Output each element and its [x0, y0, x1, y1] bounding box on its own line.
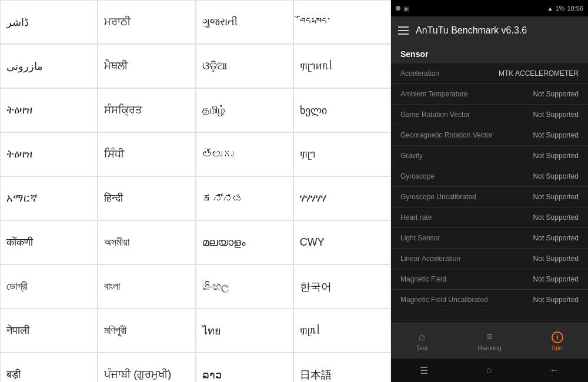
sim-icon: ▣	[403, 5, 409, 12]
sensor-value: Not Supported	[533, 275, 579, 283]
sensor-value: MTK ACCELEROMETER	[499, 69, 579, 78]
lang-cell[interactable]: ਸੰਸਕ੍ਰਿਤ	[98, 88, 195, 132]
battery-level: 1%	[556, 5, 565, 12]
lang-cell[interactable]: ਮਰਾਠੀ	[98, 0, 195, 44]
app-title: AnTuTu Benchmark v6.3.6	[416, 25, 527, 36]
lang-cell[interactable]: ᥞᥨᥰᥣ	[293, 309, 391, 353]
lang-cell[interactable]: ڈاشر	[0, 0, 98, 44]
home-btn[interactable]: ⌂	[486, 365, 492, 376]
status-left: ▣	[396, 5, 409, 12]
lang-cell[interactable]: नेपाली	[0, 309, 98, 353]
sensor-value: Not Supported	[533, 131, 579, 139]
sensor-value: Not Supported	[533, 172, 579, 180]
lang-cell[interactable]: ᥞᥨᥐᥢᥰᥣ	[293, 44, 391, 88]
menu-btn[interactable]: ☰	[420, 365, 428, 376]
lang-cell[interactable]: कोंकणी	[0, 220, 98, 264]
lang-cell[interactable]: བོད་སྐད་	[293, 0, 391, 44]
lang-cell[interactable]: ሃሃሃሃሃ	[293, 176, 391, 220]
sensor-row: Magnetic FieldNot Supported	[391, 269, 588, 290]
sensor-name: Gyroscope	[400, 172, 435, 180]
sensor-name: Gyroscope Uncalibrated	[400, 193, 476, 201]
language-grid: ڈاشرਮਰਾਠੀગુજરાતીབོད་སྐད་مازرونیਮੈਥਲੀଓଡ଼ି…	[0, 0, 391, 382]
lang-cell[interactable]: ხელი	[293, 88, 391, 132]
lang-cell[interactable]: മലയാളം	[196, 220, 293, 264]
sensor-row: AccelerationMTK ACCELEROMETER	[391, 63, 588, 84]
sensor-row: Heart rateNot Supported	[391, 207, 588, 228]
sensor-name: Ambient Temperature	[400, 90, 468, 98]
lang-cell[interactable]: 한국어	[293, 264, 391, 309]
lang-cell[interactable]: ગુજરાતી	[196, 0, 293, 44]
sensor-row: GyroscopeNot Supported	[391, 166, 588, 187]
sensor-value: Not Supported	[533, 213, 579, 222]
sensor-name: Gravity	[400, 152, 423, 160]
section-header: Sensor	[391, 45, 588, 63]
sensor-row: Ambient TemperatureNot Supported	[391, 84, 588, 105]
signal-icon	[396, 6, 400, 11]
home-icon: ⌂	[419, 331, 425, 343]
lang-cell[interactable]: ᥞᥨᥐ	[293, 132, 391, 176]
lang-cell[interactable]: ਸਿੰਧੀ	[98, 132, 195, 176]
sensor-row: Light SensorNot Supported	[391, 228, 588, 249]
lang-cell[interactable]: অসমীয়া	[98, 220, 195, 264]
lang-cell[interactable]: ডোগ্রী	[0, 264, 98, 309]
nav-ranking[interactable]: ≡ Ranking	[477, 331, 501, 351]
sensor-row: GravityNot Supported	[391, 146, 588, 166]
lang-cell[interactable]: बड़ी	[0, 353, 98, 382]
sensor-name: Magnetic Field Uncalibrated	[400, 296, 488, 304]
lang-cell[interactable]: ශිංහල	[196, 264, 293, 309]
sensor-row: Geomagnetic Rotation VectorNot Supported	[391, 125, 588, 146]
sensor-value: Not Supported	[533, 234, 579, 242]
lang-cell[interactable]: CWY	[293, 220, 391, 264]
hamburger-menu[interactable]	[398, 26, 409, 35]
lang-cell[interactable]: ਪੰਜਾਬੀ (ਗੁਰਮੁਖੀ)	[98, 353, 195, 382]
sensor-name: Geomagnetic Rotation Vector	[400, 131, 493, 139]
sensor-value: Not Supported	[533, 193, 579, 201]
status-right: ▲ 1% 10:56	[547, 5, 583, 12]
lang-cell[interactable]: አማርኛ	[0, 176, 98, 220]
sensor-name: Heart rate	[400, 213, 432, 222]
wifi-icon: ▲	[547, 5, 553, 12]
sensor-name: Magnetic Field	[400, 275, 446, 283]
sensor-name: Linear Acceleration	[400, 254, 460, 263]
lang-cell[interactable]: ಕನ್ನಡ	[196, 176, 293, 220]
bottom-nav: ⌂ Test ≡ Ranking i Info	[391, 323, 588, 358]
lang-cell[interactable]: ትዕዛዝ	[0, 132, 98, 176]
sensor-name: Game Ratation Vector	[400, 110, 470, 119]
system-nav: ☰ ⌂ ←	[391, 358, 588, 382]
sensor-row: Game Ratation VectorNot Supported	[391, 105, 588, 125]
lang-cell[interactable]: ລາວ	[196, 353, 293, 382]
time-display: 10:56	[567, 5, 583, 12]
sensor-name: Acceleration	[400, 69, 439, 78]
lang-cell[interactable]: ଓଡ଼ିଆ	[196, 44, 293, 88]
sensor-value: Not Supported	[533, 110, 579, 119]
lang-cell[interactable]: ትዕዛዝ	[0, 88, 98, 132]
sensor-row: Magnetic Field UncalibratedNot Supported	[391, 290, 588, 310]
sensor-list[interactable]: AccelerationMTK ACCELEROMETERAmbient Tem…	[391, 63, 588, 323]
lang-cell[interactable]: ไทย	[196, 309, 293, 353]
sensor-name: Light Sensor	[400, 234, 440, 242]
sensor-value: Not Supported	[533, 90, 579, 98]
lang-cell[interactable]: తెలుగు	[196, 132, 293, 176]
language-list: ڈاشرਮਰਾਠੀગુજરાતીབོད་སྐད་مازرونیਮੈਥਲੀଓଡ଼ି…	[0, 0, 391, 382]
lang-cell[interactable]: 日本語	[293, 353, 391, 382]
top-bar: AnTuTu Benchmark v6.3.6	[391, 16, 588, 45]
sensor-value: Not Supported	[533, 296, 579, 304]
lang-cell[interactable]: हिन्दी	[98, 176, 195, 220]
lang-cell[interactable]: বাংলা	[98, 264, 195, 309]
lang-cell[interactable]: মণিপুরী	[98, 309, 195, 353]
status-bar: ▣ ▲ 1% 10:56	[391, 0, 588, 16]
lang-cell[interactable]: தமிழ்	[196, 88, 293, 132]
nav-info[interactable]: i Info	[552, 331, 563, 351]
back-btn[interactable]: ←	[550, 365, 559, 376]
lang-cell[interactable]: ਮੈਥਲੀ	[98, 44, 195, 88]
sensor-row: Gyroscope UncalibratedNot Supported	[391, 187, 588, 207]
nav-test[interactable]: ⌂ Test	[416, 331, 427, 351]
app-panel: ▣ ▲ 1% 10:56 AnTuTu Benchmark v6.3.6 Sen…	[391, 0, 588, 382]
sensor-value: Not Supported	[533, 152, 579, 160]
lang-cell[interactable]: مازرونی	[0, 44, 98, 88]
sensor-row: Linear AccelerationNot Supported	[391, 249, 588, 269]
list-icon: ≡	[486, 331, 493, 343]
sensor-value: Not Supported	[533, 254, 579, 263]
info-icon: i	[552, 331, 563, 343]
